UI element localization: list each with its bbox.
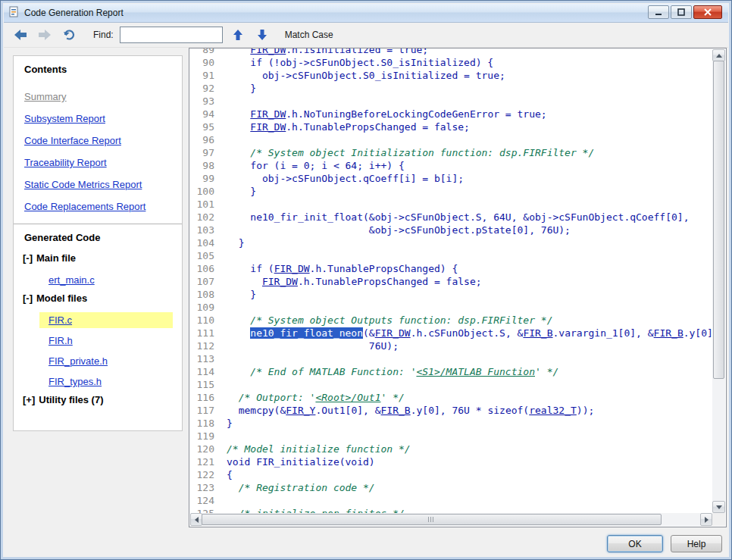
line-number: 123 — [190, 481, 227, 494]
forward-button[interactable] — [36, 26, 54, 44]
back-button[interactable] — [11, 26, 30, 44]
code-link[interactable]: FIR_DW — [274, 263, 310, 274]
code-link[interactable]: real32_T — [529, 405, 577, 416]
line-number: 95 — [190, 120, 227, 133]
code-link[interactable]: FIR_DW — [375, 327, 411, 339]
tree-expander-icon[interactable]: [+] — [23, 394, 35, 405]
tree-file-fir-private-h[interactable]: FIR_private.h — [39, 353, 173, 369]
code-line: 105 — [190, 249, 712, 262]
code-pane: 89 FIR_DW.h.isInitialized = true;90 if (… — [189, 48, 727, 527]
tree-file-link[interactable]: FIR_types.h — [48, 376, 102, 387]
code-line: 122{ — [190, 468, 712, 481]
code-text: ne10_fir_init_float(&obj->cSFunObject.S,… — [227, 211, 689, 224]
code-text: if (!obj->cSFunObject.S0_isInitialized) … — [227, 56, 493, 69]
scroll-right-button[interactable] — [700, 513, 712, 526]
sidebar-link-summary[interactable]: Summary — [24, 92, 182, 102]
code-view[interactable]: 89 FIR_DW.h.isInitialized = true;90 if (… — [190, 48, 712, 513]
code-text: ne10_fir_float_neon(&FIR_DW.h.cSFunObjec… — [227, 327, 712, 339]
code-text: FIR_DW.h.TunablePropsChanged = false; — [227, 275, 482, 288]
code-link[interactable]: FIR_DW — [250, 121, 286, 133]
close-button[interactable] — [693, 5, 722, 19]
main-area: Contents SummarySubsystem ReportCode Int… — [4, 48, 728, 556]
code-line: 118} — [190, 417, 712, 430]
tree-group-main-file[interactable]: [-]Main file — [23, 252, 182, 264]
line-number: 113 — [190, 352, 227, 365]
tree-expander-icon[interactable]: [-] — [23, 293, 33, 304]
tree-file-link[interactable]: FIR_private.h — [48, 355, 108, 367]
find-next-button[interactable] — [253, 26, 271, 44]
ok-button[interactable]: OK — [607, 535, 663, 552]
sidebar-link-subsystem-report[interactable]: Subsystem Report — [24, 114, 182, 124]
generated-code-tree: [-]Main fileert_main.c[-]Model filesFIR.… — [14, 252, 182, 405]
tree-file-link[interactable]: FIR.h — [48, 335, 73, 346]
scroll-down-button[interactable] — [712, 501, 725, 513]
sidebar-link-traceability-report[interactable]: Traceability Report — [24, 158, 182, 167]
code-link[interactable]: FIR_DW — [250, 108, 286, 120]
code-text: &obj->cSFunObject.pState[0], 76U); — [227, 224, 571, 236]
search-highlight: ne10_fir_float_neon — [250, 327, 363, 339]
code-link[interactable]: FIR_B — [654, 327, 684, 339]
horizontal-scroll-thumb[interactable] — [202, 514, 662, 525]
code-link[interactable]: <Root>/Out1 — [315, 392, 380, 403]
code-line: 123 /* Registration code */ — [190, 481, 712, 494]
scroll-up-button[interactable] — [712, 49, 725, 61]
window-controls — [648, 5, 722, 19]
maximize-button[interactable] — [671, 5, 692, 19]
horizontal-scrollbar[interactable] — [190, 513, 712, 526]
code-line: 102 ne10_fir_init_float(&obj->cSFunObjec… — [190, 211, 712, 224]
code-text: obj->cSFunObject.qCoeff[i] = b[i]; — [227, 172, 464, 185]
code-link[interactable]: FIR_Y — [286, 405, 315, 416]
app-icon — [8, 6, 20, 20]
code-line: 95 FIR_DW.h.TunablePropsChanged = false; — [190, 120, 712, 133]
title-bar[interactable]: Code Generation Report — [4, 4, 728, 23]
find-label: Find: — [93, 30, 114, 40]
sidebar-divider — [14, 224, 182, 224]
sidebar-link-code-replacements-report[interactable]: Code Replacements Report — [24, 202, 182, 211]
line-number: 108 — [190, 288, 227, 301]
code-line: 101 — [190, 198, 712, 211]
code-line: 104 } — [190, 236, 712, 249]
sidebar-link-static-code-metrics-report[interactable]: Static Code Metrics Report — [24, 180, 182, 189]
tree-file-fir-h[interactable]: FIR.h — [39, 333, 173, 349]
code-line: 110 /* System object Outputs function: d… — [190, 314, 712, 327]
tree-file-fir-c[interactable]: FIR.c — [39, 312, 173, 328]
line-number: 100 — [190, 185, 227, 198]
find-previous-button[interactable] — [229, 26, 247, 44]
line-number: 120 — [190, 443, 227, 455]
tree-file-fir-types-h[interactable]: FIR_types.h — [39, 374, 173, 389]
refresh-icon[interactable] — [60, 26, 78, 44]
code-line: 99 obj->cSFunObject.qCoeff[i] = b[i]; — [190, 172, 712, 185]
tree-group-utility-files-7[interactable]: [+]Utility files (7) — [23, 394, 182, 405]
line-number: 93 — [190, 95, 227, 108]
code-link[interactable]: FIR_DW — [250, 48, 286, 55]
code-line: 96 — [190, 133, 712, 146]
code-line: 107 FIR_DW.h.TunablePropsChanged = false… — [190, 275, 712, 288]
sidebar-link-code-interface-report[interactable]: Code Interface Report — [24, 136, 182, 145]
line-number: 114 — [190, 365, 227, 378]
code-text: memcpy(&FIR_Y.Out1[0], &FIR_B.y[0], 76U … — [227, 404, 594, 417]
tree-file-link[interactable]: ert_main.c — [48, 274, 95, 286]
code-line: 113 — [190, 352, 712, 365]
code-link[interactable]: FIR_B — [523, 327, 552, 339]
vertical-scrollbar[interactable] — [712, 49, 725, 513]
tree-file-ert-main-c[interactable]: ert_main.c — [39, 272, 173, 288]
scroll-left-button[interactable] — [190, 513, 202, 526]
line-number: 109 — [190, 301, 227, 314]
code-link[interactable]: <S1>/MATLAB Function — [416, 366, 535, 377]
code-line: 114 /* End of MATLAB Function: '<S1>/MAT… — [190, 365, 712, 378]
line-number: 116 — [190, 391, 227, 404]
find-input[interactable] — [120, 27, 223, 43]
code-text: } — [227, 417, 233, 430]
minimize-button[interactable] — [648, 5, 669, 19]
tree-group-model-files[interactable]: [-]Model files — [23, 293, 182, 304]
code-text: } — [227, 236, 244, 249]
tree-expander-icon[interactable]: [-] — [23, 252, 33, 264]
code-link[interactable]: FIR_B — [381, 405, 411, 416]
code-line: 124 — [190, 494, 712, 507]
help-button[interactable]: Help — [671, 535, 722, 552]
vertical-scroll-thumb[interactable] — [713, 61, 724, 379]
code-link[interactable]: FIR_DW — [262, 276, 298, 287]
line-number: 97 — [190, 146, 227, 159]
match-case-toggle[interactable]: Match Case — [285, 30, 333, 40]
tree-file-link[interactable]: FIR.c — [48, 314, 72, 326]
